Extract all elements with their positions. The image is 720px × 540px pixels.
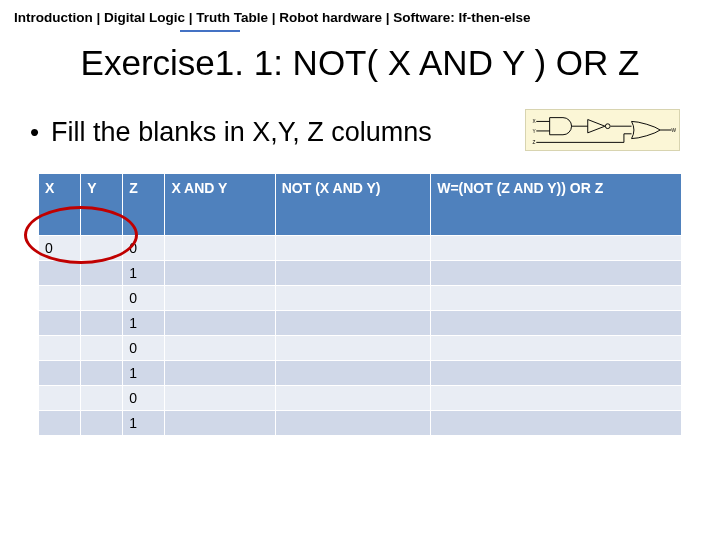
- table-row: 1: [39, 311, 682, 336]
- table-row: 1: [39, 411, 682, 436]
- col-header-not: NOT (X AND Y): [275, 174, 430, 236]
- cell-w: [431, 411, 682, 436]
- cell-w: [431, 361, 682, 386]
- svg-rect-0: [529, 110, 677, 150]
- cell-xy: [165, 286, 275, 311]
- cell-xy: [165, 311, 275, 336]
- truth-table: X Y Z X AND Y NOT (X AND Y) W=(NOT (Z AN…: [38, 173, 682, 436]
- cell-z: 0: [123, 336, 165, 361]
- cell-z: 1: [123, 411, 165, 436]
- cell-x: [39, 411, 81, 436]
- cell-y: [81, 361, 123, 386]
- cell-xy: [165, 386, 275, 411]
- cell-z: 1: [123, 261, 165, 286]
- cell-not: [275, 411, 430, 436]
- cell-xy: [165, 236, 275, 261]
- cell-w: [431, 336, 682, 361]
- gate-output-w: W: [672, 128, 677, 133]
- cell-w: [431, 261, 682, 286]
- table-row: 0: [39, 336, 682, 361]
- breadcrumb-underline: [180, 30, 240, 32]
- cell-z: 1: [123, 361, 165, 386]
- cell-x: [39, 336, 81, 361]
- cell-x: [39, 261, 81, 286]
- cell-x: [39, 286, 81, 311]
- slide: Introduction | Digital Logic | Truth Tab…: [0, 0, 720, 540]
- cell-not: [275, 386, 430, 411]
- bullet-marker: •: [30, 119, 39, 145]
- bullet-text: Fill the blanks in X,Y, Z columns: [51, 117, 432, 148]
- cell-w: [431, 236, 682, 261]
- logic-gate-diagram: X Y Z W: [525, 109, 680, 155]
- table-body: 0 0 1 0: [39, 236, 682, 436]
- bullet-row: • Fill the blanks in X,Y, Z columns X Y: [0, 109, 720, 155]
- cell-xy: [165, 361, 275, 386]
- cell-y: [81, 411, 123, 436]
- breadcrumb: Introduction | Digital Logic | Truth Tab…: [0, 0, 720, 29]
- cell-xy: [165, 411, 275, 436]
- cell-z: 1: [123, 311, 165, 336]
- cell-w: [431, 286, 682, 311]
- cell-w: [431, 386, 682, 411]
- cell-not: [275, 261, 430, 286]
- highlight-ellipse: [24, 206, 138, 264]
- cell-y: [81, 386, 123, 411]
- cell-not: [275, 311, 430, 336]
- cell-y: [81, 311, 123, 336]
- cell-x: [39, 361, 81, 386]
- cell-not: [275, 361, 430, 386]
- col-header-xandy: X AND Y: [165, 174, 275, 236]
- page-title: Exercise1. 1: NOT( X AND Y ) OR Z: [0, 43, 720, 83]
- cell-not: [275, 286, 430, 311]
- cell-not: [275, 336, 430, 361]
- cell-xy: [165, 261, 275, 286]
- cell-y: [81, 286, 123, 311]
- cell-xy: [165, 336, 275, 361]
- gate-circuit-icon: X Y Z W: [525, 109, 680, 151]
- col-header-w: W=(NOT (Z AND Y)) OR Z: [431, 174, 682, 236]
- cell-x: [39, 386, 81, 411]
- cell-z: 0: [123, 286, 165, 311]
- cell-w: [431, 311, 682, 336]
- table-row: 0: [39, 286, 682, 311]
- gate-input-z: Z: [533, 140, 536, 145]
- cell-y: [81, 336, 123, 361]
- table-row: 1: [39, 261, 682, 286]
- table-row: 1: [39, 361, 682, 386]
- cell-x: [39, 311, 81, 336]
- cell-not: [275, 236, 430, 261]
- cell-z: 0: [123, 386, 165, 411]
- table-row: 0: [39, 386, 682, 411]
- cell-y: [81, 261, 123, 286]
